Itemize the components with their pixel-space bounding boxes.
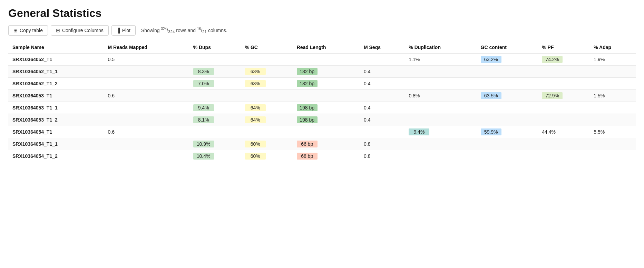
cell-read-length: [293, 53, 360, 66]
cell-pct-duplication: [404, 150, 476, 162]
col-header-gc-content: GC content: [477, 42, 538, 53]
col-header-pct-dups: % Dups: [189, 42, 241, 53]
cell-m-reads-mapped: [104, 66, 189, 78]
plot-icon: ▐: [117, 28, 120, 33]
cell-m-seqs: 0.4: [360, 78, 404, 90]
cell-m-reads-mapped: [104, 102, 189, 114]
cell-pct-pf: [538, 150, 589, 162]
cell-pct-dups: 9.4%: [189, 102, 241, 114]
cell-read-length: 198 bp: [293, 114, 360, 126]
col-header-m-reads-mapped: M Reads Mapped: [104, 42, 189, 53]
cell-pct-pf: [538, 114, 589, 126]
copy-table-button[interactable]: ⊞ Copy table: [8, 25, 48, 36]
configure-columns-button[interactable]: ⊞ Configure Columns: [51, 25, 109, 36]
cell-pct-adap: 1.9%: [589, 53, 636, 66]
col-header-sample-name: Sample Name: [8, 42, 104, 53]
cell-m-seqs: 0.4: [360, 66, 404, 78]
cell-pct-pf: [538, 66, 589, 78]
cell-pct-pf: [538, 138, 589, 150]
cell-m-reads-mapped: 0.5: [104, 53, 189, 66]
table-row: SRX10364052_T10.51.1%63.2%74.2%1.9%: [8, 53, 636, 66]
stats-table: Sample Name M Reads Mapped % Dups % GC R…: [8, 42, 636, 162]
cell-read-length: 68 bp: [293, 150, 360, 162]
cell-sample-name: SRX10364052_T1_2: [8, 78, 104, 90]
cell-pct-dups: [189, 90, 241, 102]
cell-sample-name: SRX10364054_T1_1: [8, 138, 104, 150]
cell-read-length: 182 bp: [293, 78, 360, 90]
cell-m-seqs: [360, 53, 404, 66]
page-title: General Statistics: [8, 7, 636, 20]
copy-table-label: Copy table: [20, 28, 43, 33]
cell-pct-gc: [241, 53, 293, 66]
cell-m-reads-mapped: 0.6: [104, 90, 189, 102]
cell-pct-adap: [589, 102, 636, 114]
cell-pct-duplication: [404, 114, 476, 126]
cell-pct-pf: [538, 78, 589, 90]
cell-pct-dups: 10.4%: [189, 150, 241, 162]
table-row: SRX10364054_T1_110.9%60%66 bp0.8: [8, 138, 636, 150]
cell-pct-gc: 60%: [241, 150, 293, 162]
cell-m-seqs: [360, 90, 404, 102]
cell-m-seqs: [360, 126, 404, 138]
cell-pct-adap: [589, 150, 636, 162]
copy-table-icon: ⊞: [13, 28, 18, 33]
cell-pct-dups: 8.1%: [189, 114, 241, 126]
cell-pct-gc: [241, 90, 293, 102]
cell-pct-pf: 44.4%: [538, 126, 589, 138]
cell-pct-adap: [589, 66, 636, 78]
table-row: SRX10364054_T10.69.4%59.9%44.4%5.5%: [8, 126, 636, 138]
col-header-pct-pf: % PF: [538, 42, 589, 53]
cell-pct-dups: [189, 53, 241, 66]
cell-pct-adap: 1.5%: [589, 90, 636, 102]
cell-pct-duplication: 0.8%: [404, 90, 476, 102]
cell-sample-name: SRX10364054_T1: [8, 126, 104, 138]
cell-m-reads-mapped: [104, 150, 189, 162]
cell-gc-content: [477, 78, 538, 90]
plot-button[interactable]: ▐ Plot: [111, 25, 136, 36]
col-header-pct-duplication: % Duplication: [404, 42, 476, 53]
cell-read-length: [293, 90, 360, 102]
cell-pct-gc: 64%: [241, 102, 293, 114]
cell-pct-gc: 64%: [241, 114, 293, 126]
table-header-row: Sample Name M Reads Mapped % Dups % GC R…: [8, 42, 636, 53]
cell-gc-content: [477, 114, 538, 126]
cell-gc-content: 59.9%: [477, 126, 538, 138]
toolbar-info: Showing 324/324 rows and 16/21 columns.: [141, 27, 227, 34]
cell-pct-dups: [189, 126, 241, 138]
plot-label: Plot: [122, 28, 130, 33]
cell-pct-duplication: [404, 138, 476, 150]
cell-sample-name: SRX10364053_T1_1: [8, 102, 104, 114]
cell-gc-content: [477, 66, 538, 78]
cell-pct-pf: 72.9%: [538, 90, 589, 102]
cell-sample-name: SRX10364052_T1_1: [8, 66, 104, 78]
cell-read-length: 182 bp: [293, 66, 360, 78]
cell-pct-dups: 7.0%: [189, 78, 241, 90]
cell-m-reads-mapped: 0.6: [104, 126, 189, 138]
table-row: SRX10364053_T1_19.4%64%198 bp0.4: [8, 102, 636, 114]
table-row: SRX10364052_T1_27.0%63%182 bp0.4: [8, 78, 636, 90]
cell-pct-gc: 60%: [241, 138, 293, 150]
cell-pct-adap: [589, 78, 636, 90]
col-header-pct-adap: % Adap: [589, 42, 636, 53]
col-header-pct-gc: % GC: [241, 42, 293, 53]
cell-pct-gc: 63%: [241, 78, 293, 90]
cell-pct-adap: [589, 114, 636, 126]
cell-gc-content: 63.5%: [477, 90, 538, 102]
cell-gc-content: 63.2%: [477, 53, 538, 66]
cell-pct-duplication: [404, 66, 476, 78]
cell-pct-duplication: [404, 78, 476, 90]
col-header-m-seqs: M Seqs: [360, 42, 404, 53]
table-row: SRX10364052_T1_18.3%63%182 bp0.4: [8, 66, 636, 78]
col-header-read-length: Read Length: [293, 42, 360, 53]
cell-pct-gc: 63%: [241, 66, 293, 78]
cell-m-reads-mapped: [104, 78, 189, 90]
cell-read-length: 66 bp: [293, 138, 360, 150]
cell-pct-duplication: 1.1%: [404, 53, 476, 66]
cell-read-length: [293, 126, 360, 138]
cell-m-seqs: 0.4: [360, 102, 404, 114]
cell-sample-name: SRX10364052_T1: [8, 53, 104, 66]
configure-columns-label: Configure Columns: [62, 28, 104, 33]
toolbar: ⊞ Copy table ⊞ Configure Columns ▐ Plot …: [8, 25, 636, 36]
cell-m-seqs: 0.8: [360, 150, 404, 162]
cell-sample-name: SRX10364054_T1_2: [8, 150, 104, 162]
